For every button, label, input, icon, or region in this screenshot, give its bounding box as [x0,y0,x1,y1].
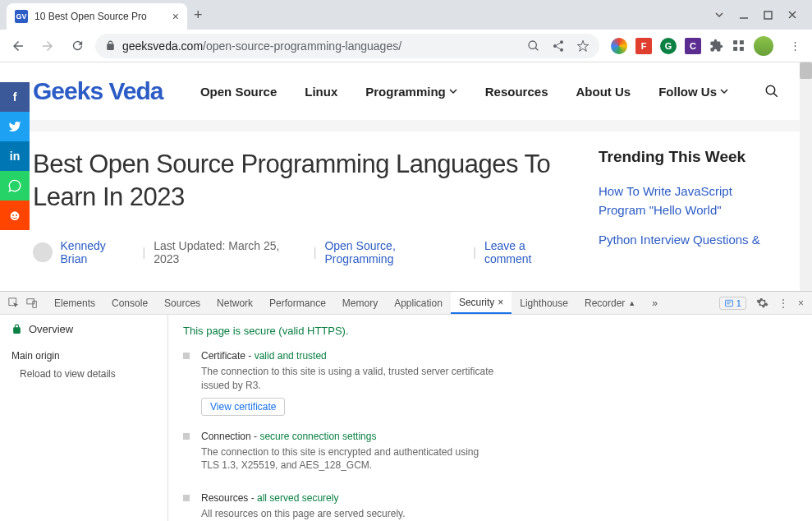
tab-sources[interactable]: Sources [156,292,209,314]
social-share-bar: f in [0,82,30,230]
extensions-icon[interactable] [709,39,723,53]
nav-follow[interactable]: Follow Us [658,85,728,99]
nav-about[interactable]: About Us [576,85,631,99]
trending-link[interactable]: Python Interview Questions & [599,231,779,250]
main-origin-label: Main origin [11,350,156,362]
linkedin-share[interactable]: in [0,141,30,171]
updated-date: Last Updated: March 25, 2023 [154,239,305,265]
zoom-icon[interactable] [527,39,540,53]
tab-strip: GV 10 Best Open Source Pro × + [0,0,812,30]
bullet-icon [183,353,190,359]
whatsapp-share[interactable] [0,171,30,201]
trending-link[interactable]: How To Write JavaScript Program "Hello W… [599,182,779,219]
address-bar[interactable]: geeksveda.com/open-source-programming-la… [95,34,599,58]
gear-icon[interactable] [756,297,768,309]
browser-tab[interactable]: GV 10 Best Open Source Pro × [7,3,187,30]
devtools: Elements Console Sources Network Perform… [0,291,812,521]
svg-rect-16 [725,300,732,307]
menu-button[interactable]: ⋮ [785,39,805,52]
overview-item[interactable]: Overview [11,323,156,335]
article-meta: Kennedy Brian | Last Updated: March 25, … [33,239,574,265]
tab-lighthouse[interactable]: Lighthouse [512,292,576,314]
bookmark-icon[interactable] [576,39,590,53]
tab-console[interactable]: Console [103,292,156,314]
favicon: GV [15,10,28,23]
svg-point-1 [529,41,536,48]
close-window-icon[interactable] [787,10,797,20]
comment-link[interactable]: Leave a comment [484,239,574,265]
scrollbar-thumb[interactable] [800,62,812,79]
trending-heading: Trending This Week [599,148,779,166]
close-devtools-icon[interactable]: × [798,297,804,309]
bullet-icon [183,433,190,440]
profile-avatar[interactable] [754,36,773,56]
chevron-down-icon[interactable] [714,10,724,20]
site-logo[interactable]: Geeks Veda [33,77,163,105]
svg-rect-0 [764,12,772,19]
nav-programming[interactable]: Programming [365,85,457,99]
svg-rect-7 [733,47,737,51]
maximize-icon[interactable] [764,11,773,20]
tab-application[interactable]: Application [386,292,451,314]
tab-performance[interactable]: Performance [261,292,334,314]
forward-button[interactable] [36,35,59,58]
categories-link[interactable]: Open Source, Programming [324,239,465,265]
more-tabs[interactable]: » [644,292,666,314]
bullet-icon [183,495,190,501]
author-link[interactable]: Kennedy Brian [61,239,135,265]
author-avatar [33,242,53,262]
extension-icon[interactable] [611,38,627,54]
tab-network[interactable]: Network [209,292,261,314]
facebook-share[interactable]: f [0,82,30,112]
extension-icon[interactable]: C [685,38,701,54]
nav-linux[interactable]: Linux [305,85,337,99]
window-controls [714,10,805,20]
resources-section: Resources - all served securely All reso… [183,492,797,521]
tab-security[interactable]: Security× [451,292,512,314]
tab-memory[interactable]: Memory [334,292,386,314]
reload-hint: Reload to view details [11,368,156,380]
browser-toolbar: geeksveda.com/open-source-programming-la… [0,30,812,62]
nav-resources[interactable]: Resources [485,85,548,99]
tab-elements[interactable]: Elements [46,292,103,314]
back-button[interactable] [7,35,30,58]
article-title: Best Open Source Programming Languages T… [33,148,574,214]
reload-button[interactable] [66,35,89,58]
new-tab-button[interactable]: + [194,7,203,24]
site-header: Geeks Veda Open Source Linux Programming… [0,62,812,120]
close-icon[interactable]: × [172,10,179,23]
extension-icon[interactable]: G [660,38,677,54]
connection-section: Connection - secure connection settings … [183,431,797,478]
share-icon[interactable] [552,39,565,53]
reddit-share[interactable] [0,201,30,230]
device-icon[interactable] [26,297,38,309]
svg-rect-6 [740,40,744,44]
close-icon[interactable]: × [498,297,503,308]
tab-title: 10 Best Open Source Pro [34,11,166,22]
search-icon[interactable] [764,84,779,99]
lock-icon[interactable] [105,40,116,51]
svg-point-3 [553,44,557,48]
issues-badge[interactable]: 1 [719,297,746,310]
browser-chrome: GV 10 Best Open Source Pro × + geeksveda… [0,0,812,62]
main-nav: Open Source Linux Programming Resources … [200,84,779,99]
svg-point-11 [16,214,17,216]
divider [0,120,812,131]
menu-icon[interactable]: ⋮ [778,297,788,309]
svg-point-4 [560,48,563,51]
scrollbar[interactable] [800,62,812,291]
devtools-tabs: Elements Console Sources Network Perform… [0,292,812,315]
svg-point-12 [766,85,775,95]
svg-point-9 [11,211,20,220]
view-certificate-button[interactable]: View certificate [201,398,285,416]
tab-recorder[interactable]: Recorder ▲ [576,292,644,314]
apps-icon[interactable] [732,39,745,53]
inspect-icon[interactable] [8,297,20,309]
nav-open-source[interactable]: Open Source [200,85,277,99]
article: Best Open Source Programming Languages T… [33,148,574,265]
minimize-icon[interactable] [739,10,749,20]
svg-point-2 [560,40,563,44]
svg-point-10 [12,214,14,216]
twitter-share[interactable] [0,112,30,141]
extension-icon[interactable]: F [635,38,652,54]
